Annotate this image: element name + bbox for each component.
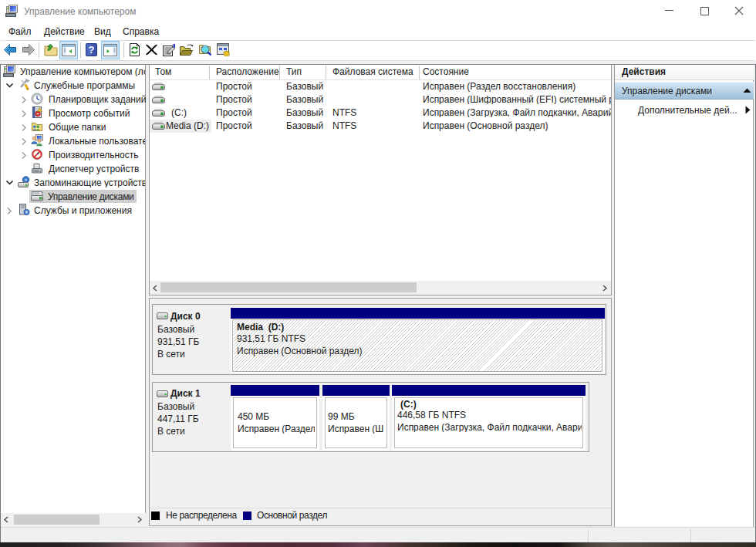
svg-text:?: ?: [89, 44, 95, 56]
